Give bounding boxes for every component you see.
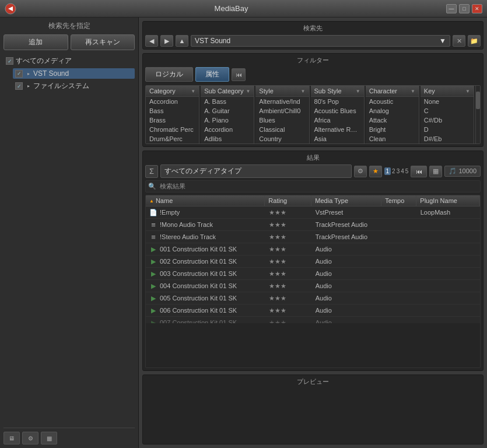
style-header[interactable]: Style ▼ <box>255 86 309 97</box>
substyle-item[interactable]: Alternative Rock <box>311 125 364 134</box>
tab-logical[interactable]: ロジカル <box>145 67 193 82</box>
cell-name: ≡ !Mono Audio Track <box>146 219 265 230</box>
tree-item-filesystem[interactable]: ✓ ▸ ファイルシステム <box>13 80 135 92</box>
category-item[interactable]: Accordion <box>146 97 199 106</box>
subcategory-header[interactable]: Sub Category ▼ <box>201 86 254 97</box>
path-dropdown[interactable]: VST Sound ▼ <box>191 35 450 47</box>
table-row[interactable]: ▶ 001 Construction Kit 01 SK ★★★ Audio <box>146 243 480 256</box>
character-header[interactable]: Character ▼ <box>366 86 419 97</box>
expand-filesystem[interactable]: ▸ <box>25 83 32 90</box>
subcategory-item[interactable]: A. Piano <box>201 116 254 125</box>
subcategory-item[interactable]: Accordion <box>201 125 254 134</box>
first-page-button[interactable]: ⏮ <box>411 166 427 177</box>
col-header-plugin[interactable]: PlugIn Name <box>416 195 480 206</box>
style-item[interactable]: Classical <box>255 125 309 134</box>
style-item[interactable]: Alternative/Ind <box>255 97 309 106</box>
character-item[interactable]: Analog <box>366 106 419 116</box>
key-item[interactable]: None <box>421 97 474 106</box>
search-bar-title: 検索先 <box>145 24 481 33</box>
settings-button[interactable]: ⚙ <box>354 166 367 177</box>
table-row[interactable]: ▶ 002 Construction Kit 01 SK ★★★ Audio <box>146 256 480 268</box>
style-item[interactable]: Country <box>255 134 309 144</box>
cell-plugin <box>417 321 480 323</box>
cell-rating: ★★★ <box>265 281 312 292</box>
col-header-tempo[interactable]: Tempo <box>381 195 416 206</box>
category-header[interactable]: Category ▼ <box>146 86 199 97</box>
folder-button[interactable]: 📁 <box>468 35 481 47</box>
rescan-button[interactable]: 再スキャン <box>71 34 135 50</box>
grid-view-button[interactable]: ▦ <box>429 166 442 177</box>
table-row[interactable]: ▶ 003 Construction Kit 01 SK ★★★ Audio <box>146 268 480 280</box>
close-button[interactable]: ✕ <box>472 4 482 13</box>
character-item[interactable]: Clean <box>366 134 419 144</box>
substyle-item[interactable]: 80's Pop <box>311 97 364 106</box>
substyle-item[interactable]: Asia <box>311 134 364 144</box>
add-button[interactable]: 追加 <box>3 34 68 50</box>
tab-attribute[interactable]: 属性 <box>195 67 229 82</box>
media-type-display[interactable]: すべてのメディアタイプ <box>160 164 352 178</box>
col-header-mediatype[interactable]: Media Type <box>311 195 381 206</box>
page-1[interactable]: 1 <box>384 167 391 175</box>
key-item[interactable]: C <box>421 106 474 116</box>
star-filter-button[interactable]: ★ <box>369 166 382 177</box>
clear-button[interactable]: ✕ <box>453 35 465 47</box>
substyle-item[interactable]: Acoustic Blues <box>311 106 364 116</box>
page-5[interactable]: 5 <box>405 168 409 174</box>
cell-tempo <box>382 260 417 263</box>
minimize-button[interactable]: — <box>446 4 457 13</box>
tree-item-all-media[interactable]: ✓ すべてのメディア <box>3 55 135 67</box>
filter-scrollbar[interactable] <box>475 86 480 144</box>
category-item[interactable]: Drum&Perc <box>146 134 199 144</box>
category-item[interactable]: Brass <box>146 116 199 125</box>
table-row[interactable]: ▶ 004 Construction Kit 01 SK ★★★ Audio <box>146 280 480 292</box>
key-item[interactable]: C#/Db <box>421 116 474 125</box>
forward-button[interactable]: ▶ <box>160 35 173 47</box>
filter-toggle[interactable]: ⏮ <box>232 68 246 81</box>
maximize-button[interactable]: □ <box>459 4 470 13</box>
key-header[interactable]: Key ▼ <box>421 86 474 97</box>
monitor-icon-btn[interactable]: 🖥 <box>3 432 20 444</box>
sigma-button[interactable]: Σ <box>145 165 158 178</box>
table-row[interactable]: ▶ 005 Construction Kit 01 SK ★★★ Audio <box>146 292 480 304</box>
up-button[interactable]: ▲ <box>176 35 188 47</box>
character-item[interactable]: Acoustic <box>366 97 419 106</box>
table-row[interactable]: ≡ !Mono Audio Track ★★★ TrackPreset Audi… <box>146 219 480 231</box>
expand-vst-sound[interactable]: ▸ <box>25 70 32 77</box>
style-items: Alternative/Ind Ambient/Chill0 Blues Cla… <box>255 97 309 144</box>
category-item[interactable]: Chromatic Perc <box>146 125 199 134</box>
page-2[interactable]: 2 <box>392 168 395 174</box>
subcategory-item[interactable]: A. Guitar <box>201 106 254 116</box>
checkbox-filesystem[interactable]: ✓ <box>15 82 23 90</box>
filter-scrollbar-thumb[interactable] <box>476 92 480 109</box>
filter-col-subcategory: Sub Category ▼ A. Bass A. Guitar A. Pian… <box>201 86 254 144</box>
substyle-header[interactable]: Sub Style ▼ <box>311 86 364 97</box>
col-header-rating[interactable]: Rating <box>265 195 311 206</box>
cell-rating: ★★★ <box>265 244 312 255</box>
cell-plugin <box>417 247 480 251</box>
table-row[interactable]: ≡ !Stereo Audio Track ★★★ TrackPreset Au… <box>146 231 480 243</box>
category-item[interactable]: Bass <box>146 106 199 116</box>
col-header-name[interactable]: ▲ Name <box>146 195 265 206</box>
character-item[interactable]: Attack <box>366 116 419 125</box>
checkbox-all-media[interactable]: ✓ <box>6 57 13 65</box>
key-item[interactable]: D#/Eb <box>421 134 474 144</box>
name-text: 007 Construction Kit 01 SK <box>160 319 237 323</box>
grid-icon-btn[interactable]: ▦ <box>41 432 57 444</box>
subcategory-item[interactable]: Adlibs <box>201 134 254 144</box>
tree-item-vst-sound[interactable]: ✓ ▸ VST Sound <box>13 68 135 79</box>
style-item[interactable]: Ambient/Chill0 <box>255 106 309 116</box>
back-button[interactable]: ◀ <box>145 35 158 47</box>
table-row[interactable]: 📄 !Empty ★★★ VstPreset LoopMash <box>146 206 480 219</box>
page-4[interactable]: 4 <box>401 168 404 174</box>
settings-icon-btn[interactable]: ⚙ <box>22 432 38 444</box>
substyle-item[interactable]: Africa <box>311 116 364 125</box>
subcategory-item[interactable]: A. Bass <box>201 97 254 106</box>
style-item[interactable]: Blues <box>255 116 309 125</box>
page-3[interactable]: 3 <box>397 168 400 174</box>
cell-mediatype: TrackPreset Audio <box>312 219 382 230</box>
table-row[interactable]: ▶ 007 Construction Kit 01 SK ★★★ Audio <box>146 317 480 323</box>
key-item[interactable]: D <box>421 125 474 134</box>
checkbox-vst-sound[interactable]: ✓ <box>15 70 23 78</box>
table-row[interactable]: ▶ 006 Construction Kit 01 SK ★★★ Audio <box>146 304 480 317</box>
character-item[interactable]: Bright <box>366 125 419 134</box>
